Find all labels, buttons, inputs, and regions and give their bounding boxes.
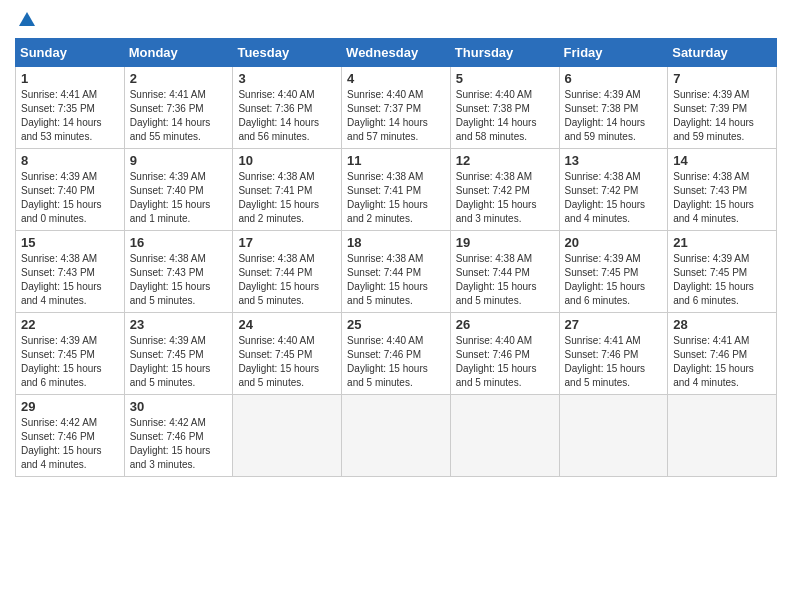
- day-info: Sunrise: 4:39 AM Sunset: 7:45 PM Dayligh…: [673, 252, 771, 308]
- table-row: 11Sunrise: 4:38 AM Sunset: 7:41 PM Dayli…: [342, 149, 451, 231]
- day-info: Sunrise: 4:40 AM Sunset: 7:38 PM Dayligh…: [456, 88, 554, 144]
- table-row: 1Sunrise: 4:41 AM Sunset: 7:35 PM Daylig…: [16, 67, 125, 149]
- table-row: 5Sunrise: 4:40 AM Sunset: 7:38 PM Daylig…: [450, 67, 559, 149]
- day-info: Sunrise: 4:40 AM Sunset: 7:46 PM Dayligh…: [456, 334, 554, 390]
- day-number: 5: [456, 71, 554, 86]
- table-row: 25Sunrise: 4:40 AM Sunset: 7:46 PM Dayli…: [342, 313, 451, 395]
- table-row: [559, 395, 668, 477]
- table-row: 12Sunrise: 4:38 AM Sunset: 7:42 PM Dayli…: [450, 149, 559, 231]
- table-row: 23Sunrise: 4:39 AM Sunset: 7:45 PM Dayli…: [124, 313, 233, 395]
- day-number: 3: [238, 71, 336, 86]
- col-tuesday: Tuesday: [233, 39, 342, 67]
- col-sunday: Sunday: [16, 39, 125, 67]
- day-info: Sunrise: 4:39 AM Sunset: 7:40 PM Dayligh…: [21, 170, 119, 226]
- header-row: Sunday Monday Tuesday Wednesday Thursday…: [16, 39, 777, 67]
- table-row: 18Sunrise: 4:38 AM Sunset: 7:44 PM Dayli…: [342, 231, 451, 313]
- day-number: 13: [565, 153, 663, 168]
- calendar-week: 1Sunrise: 4:41 AM Sunset: 7:35 PM Daylig…: [16, 67, 777, 149]
- logo-icon: [17, 10, 37, 30]
- day-info: Sunrise: 4:40 AM Sunset: 7:36 PM Dayligh…: [238, 88, 336, 144]
- day-number: 19: [456, 235, 554, 250]
- day-number: 27: [565, 317, 663, 332]
- day-number: 6: [565, 71, 663, 86]
- day-info: Sunrise: 4:42 AM Sunset: 7:46 PM Dayligh…: [130, 416, 228, 472]
- table-row: 8Sunrise: 4:39 AM Sunset: 7:40 PM Daylig…: [16, 149, 125, 231]
- day-info: Sunrise: 4:38 AM Sunset: 7:44 PM Dayligh…: [347, 252, 445, 308]
- day-info: Sunrise: 4:41 AM Sunset: 7:46 PM Dayligh…: [673, 334, 771, 390]
- day-number: 12: [456, 153, 554, 168]
- col-thursday: Thursday: [450, 39, 559, 67]
- day-info: Sunrise: 4:41 AM Sunset: 7:46 PM Dayligh…: [565, 334, 663, 390]
- day-info: Sunrise: 4:39 AM Sunset: 7:45 PM Dayligh…: [565, 252, 663, 308]
- table-row: 30Sunrise: 4:42 AM Sunset: 7:46 PM Dayli…: [124, 395, 233, 477]
- day-info: Sunrise: 4:39 AM Sunset: 7:38 PM Dayligh…: [565, 88, 663, 144]
- day-info: Sunrise: 4:38 AM Sunset: 7:43 PM Dayligh…: [21, 252, 119, 308]
- day-number: 17: [238, 235, 336, 250]
- day-number: 11: [347, 153, 445, 168]
- table-row: 3Sunrise: 4:40 AM Sunset: 7:36 PM Daylig…: [233, 67, 342, 149]
- day-number: 14: [673, 153, 771, 168]
- table-row: 28Sunrise: 4:41 AM Sunset: 7:46 PM Dayli…: [668, 313, 777, 395]
- day-number: 29: [21, 399, 119, 414]
- day-info: Sunrise: 4:38 AM Sunset: 7:42 PM Dayligh…: [456, 170, 554, 226]
- table-row: [342, 395, 451, 477]
- table-row: 4Sunrise: 4:40 AM Sunset: 7:37 PM Daylig…: [342, 67, 451, 149]
- day-info: Sunrise: 4:38 AM Sunset: 7:41 PM Dayligh…: [347, 170, 445, 226]
- table-row: 14Sunrise: 4:38 AM Sunset: 7:43 PM Dayli…: [668, 149, 777, 231]
- day-info: Sunrise: 4:40 AM Sunset: 7:45 PM Dayligh…: [238, 334, 336, 390]
- table-row: 27Sunrise: 4:41 AM Sunset: 7:46 PM Dayli…: [559, 313, 668, 395]
- day-info: Sunrise: 4:39 AM Sunset: 7:45 PM Dayligh…: [130, 334, 228, 390]
- day-number: 18: [347, 235, 445, 250]
- day-info: Sunrise: 4:38 AM Sunset: 7:44 PM Dayligh…: [238, 252, 336, 308]
- table-row: 15Sunrise: 4:38 AM Sunset: 7:43 PM Dayli…: [16, 231, 125, 313]
- day-info: Sunrise: 4:39 AM Sunset: 7:40 PM Dayligh…: [130, 170, 228, 226]
- day-info: Sunrise: 4:38 AM Sunset: 7:43 PM Dayligh…: [130, 252, 228, 308]
- table-row: 9Sunrise: 4:39 AM Sunset: 7:40 PM Daylig…: [124, 149, 233, 231]
- table-row: 10Sunrise: 4:38 AM Sunset: 7:41 PM Dayli…: [233, 149, 342, 231]
- day-number: 1: [21, 71, 119, 86]
- day-info: Sunrise: 4:41 AM Sunset: 7:36 PM Dayligh…: [130, 88, 228, 144]
- calendar-table: Sunday Monday Tuesday Wednesday Thursday…: [15, 38, 777, 477]
- table-row: 21Sunrise: 4:39 AM Sunset: 7:45 PM Dayli…: [668, 231, 777, 313]
- calendar-week: 22Sunrise: 4:39 AM Sunset: 7:45 PM Dayli…: [16, 313, 777, 395]
- day-number: 30: [130, 399, 228, 414]
- day-number: 25: [347, 317, 445, 332]
- day-number: 22: [21, 317, 119, 332]
- day-info: Sunrise: 4:38 AM Sunset: 7:43 PM Dayligh…: [673, 170, 771, 226]
- calendar-week: 15Sunrise: 4:38 AM Sunset: 7:43 PM Dayli…: [16, 231, 777, 313]
- calendar-week: 29Sunrise: 4:42 AM Sunset: 7:46 PM Dayli…: [16, 395, 777, 477]
- day-info: Sunrise: 4:41 AM Sunset: 7:35 PM Dayligh…: [21, 88, 119, 144]
- day-number: 4: [347, 71, 445, 86]
- col-monday: Monday: [124, 39, 233, 67]
- day-info: Sunrise: 4:38 AM Sunset: 7:44 PM Dayligh…: [456, 252, 554, 308]
- header: [15, 10, 777, 30]
- table-row: 16Sunrise: 4:38 AM Sunset: 7:43 PM Dayli…: [124, 231, 233, 313]
- col-friday: Friday: [559, 39, 668, 67]
- day-number: 10: [238, 153, 336, 168]
- table-row: 13Sunrise: 4:38 AM Sunset: 7:42 PM Dayli…: [559, 149, 668, 231]
- day-number: 21: [673, 235, 771, 250]
- day-number: 8: [21, 153, 119, 168]
- table-row: 22Sunrise: 4:39 AM Sunset: 7:45 PM Dayli…: [16, 313, 125, 395]
- day-number: 26: [456, 317, 554, 332]
- day-info: Sunrise: 4:39 AM Sunset: 7:39 PM Dayligh…: [673, 88, 771, 144]
- day-number: 15: [21, 235, 119, 250]
- day-info: Sunrise: 4:38 AM Sunset: 7:42 PM Dayligh…: [565, 170, 663, 226]
- day-info: Sunrise: 4:39 AM Sunset: 7:45 PM Dayligh…: [21, 334, 119, 390]
- table-row: 17Sunrise: 4:38 AM Sunset: 7:44 PM Dayli…: [233, 231, 342, 313]
- day-number: 16: [130, 235, 228, 250]
- day-info: Sunrise: 4:38 AM Sunset: 7:41 PM Dayligh…: [238, 170, 336, 226]
- table-row: 6Sunrise: 4:39 AM Sunset: 7:38 PM Daylig…: [559, 67, 668, 149]
- day-info: Sunrise: 4:40 AM Sunset: 7:37 PM Dayligh…: [347, 88, 445, 144]
- table-row: [450, 395, 559, 477]
- table-row: 29Sunrise: 4:42 AM Sunset: 7:46 PM Dayli…: [16, 395, 125, 477]
- day-number: 2: [130, 71, 228, 86]
- day-number: 9: [130, 153, 228, 168]
- calendar-week: 8Sunrise: 4:39 AM Sunset: 7:40 PM Daylig…: [16, 149, 777, 231]
- day-number: 20: [565, 235, 663, 250]
- col-saturday: Saturday: [668, 39, 777, 67]
- table-row: 7Sunrise: 4:39 AM Sunset: 7:39 PM Daylig…: [668, 67, 777, 149]
- day-number: 23: [130, 317, 228, 332]
- table-row: [233, 395, 342, 477]
- svg-marker-0: [19, 12, 35, 26]
